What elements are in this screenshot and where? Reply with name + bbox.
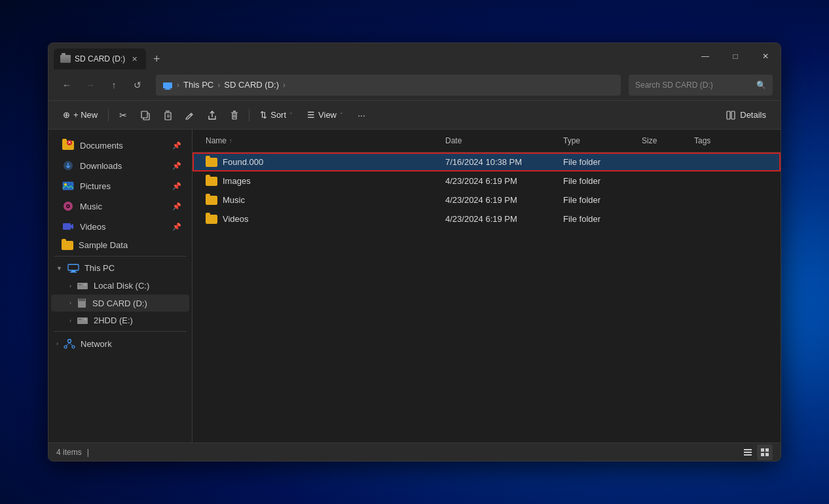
paste-button[interactable] <box>157 105 178 126</box>
sidebar-item-sampledata[interactable]: Sample Data <box>51 237 189 253</box>
svg-rect-49 <box>761 453 764 456</box>
breadcrumb-separator1: › <box>177 81 179 90</box>
toolbar: ⊕ + New ✂ ⇅ Sort ˅ ☰ View ˅ <box>48 101 781 130</box>
back-button[interactable]: ← <box>56 75 77 96</box>
toolbar-separator-2 <box>249 109 249 122</box>
svg-rect-44 <box>744 449 752 450</box>
svg-rect-10 <box>232 113 236 119</box>
file-name-found: Found.000 <box>223 157 263 167</box>
sidebar-label-videos: Videos <box>80 222 106 232</box>
network-chevron: › <box>56 340 58 347</box>
file-header: Name ↑ Date Type Size Tags <box>193 130 781 153</box>
copy-icon <box>140 110 151 120</box>
share-button[interactable] <box>202 105 223 126</box>
more-button[interactable]: ··· <box>351 105 372 126</box>
file-cell-music-type: File folder <box>561 190 639 209</box>
column-header-tags[interactable]: Tags <box>691 132 770 149</box>
sidebar-item-videos[interactable]: Videos 📌 <box>51 217 189 236</box>
column-header-date[interactable]: Date <box>443 132 561 149</box>
videos-icon-wrapper <box>62 220 75 233</box>
sidebar-item-documents[interactable]: ✕ Documents 📌 <box>51 135 189 155</box>
active-tab[interactable]: SD CARD (D:) ✕ <box>54 48 146 69</box>
details-button[interactable]: Details <box>719 105 773 126</box>
breadcrumb-thispc[interactable]: This PC <box>183 80 213 90</box>
breadcrumb-sdcard[interactable]: SD CARD (D:) <box>224 80 279 90</box>
column-date-label: Date <box>445 136 462 145</box>
sidebar-network-header[interactable]: › Network <box>51 334 189 353</box>
rename-button[interactable] <box>179 105 200 126</box>
view-icon: ☰ <box>307 110 315 120</box>
svg-rect-46 <box>744 454 752 456</box>
sort-button[interactable]: ⇅ Sort ˅ <box>253 105 299 126</box>
sidebar-label-sampledata: Sample Data <box>79 240 128 250</box>
maximize-button[interactable]: □ <box>720 43 750 69</box>
sidebar-item-downloads[interactable]: Downloads 📌 <box>51 156 189 175</box>
file-row-music[interactable]: Music 4/23/2024 6:19 PM File folder <box>193 190 781 209</box>
sampledata-folder-icon <box>62 241 73 250</box>
sidebar-item-sd-card[interactable]: › SD CARD (D:) <box>51 295 189 312</box>
file-row-found[interactable]: Found.000 7/16/2024 10:38 PM File folder <box>193 153 781 171</box>
titlebar-controls: — □ ✕ <box>690 43 781 69</box>
pictures-icon-wrapper <box>62 179 75 192</box>
sidebar-label-pictures: Pictures <box>80 181 111 191</box>
videos-icon <box>62 221 74 232</box>
column-header-name[interactable]: Name ↑ <box>203 132 443 149</box>
file-explorer-window: SD CARD (D:) ✕ + — □ ✕ ← → ↑ ↺ › This PC… <box>48 43 781 461</box>
new-tab-button[interactable]: + <box>146 48 167 69</box>
file-cell-videos-size <box>639 209 691 228</box>
minimize-button[interactable]: — <box>690 43 720 69</box>
sidebar-item-local-disk[interactable]: › Local Disk (C:) <box>51 278 189 294</box>
address-bar[interactable]: › This PC › SD CARD (D:) › <box>156 75 621 96</box>
file-cell-images-size <box>639 171 691 190</box>
svg-rect-4 <box>141 111 147 118</box>
grid-view-button[interactable] <box>757 444 773 460</box>
sidebar-this-pc-label: This PC <box>84 263 115 273</box>
this-pc-sidebar-icon <box>67 264 79 273</box>
copy-button[interactable] <box>135 105 156 126</box>
svg-rect-6 <box>166 111 170 113</box>
delete-icon <box>229 110 240 120</box>
svg-point-29 <box>84 283 86 285</box>
tab-close-button[interactable]: ✕ <box>129 54 139 64</box>
column-type-label: Type <box>563 136 580 145</box>
sidebar-label-downloads: Downloads <box>80 161 122 171</box>
column-size-label: Size <box>642 136 657 145</box>
file-area: Name ↑ Date Type Size Tags <box>193 130 781 442</box>
file-cell-found-type: File folder <box>561 153 639 171</box>
sidebar-this-pc-header[interactable]: ▼ This PC <box>51 259 189 277</box>
sidebar-label-music: Music <box>80 202 102 211</box>
sd-card-icon <box>77 298 87 308</box>
more-icon: ··· <box>358 110 365 120</box>
sidebar-item-pictures[interactable]: Pictures 📌 <box>51 176 189 196</box>
delete-button[interactable] <box>224 105 245 126</box>
file-date-music: 4/23/2024 6:19 PM <box>445 195 517 205</box>
svg-rect-37 <box>79 319 81 320</box>
up-button[interactable]: ↑ <box>103 75 124 96</box>
file-date-images: 4/23/2024 6:19 PM <box>445 176 517 186</box>
close-button[interactable]: ✕ <box>750 43 781 69</box>
pin-icon-pictures: 📌 <box>172 182 181 190</box>
cut-button[interactable]: ✂ <box>113 105 134 126</box>
sidebar-item-2hdd[interactable]: › 2HDD (E:) <box>51 312 189 329</box>
sidebar: ✕ Documents 📌 Downloads 📌 Pictures <box>48 130 193 442</box>
refresh-button[interactable]: ↺ <box>127 75 148 96</box>
folder-icon-videos <box>206 215 217 224</box>
file-type-music: File folder <box>563 195 600 205</box>
sidebar-item-music[interactable]: Music 📌 <box>51 196 189 216</box>
svg-rect-26 <box>70 272 77 273</box>
statusbar: 4 items | <box>48 442 781 461</box>
svg-rect-27 <box>77 283 88 289</box>
svg-rect-24 <box>68 264 79 270</box>
new-button[interactable]: ⊕ + New <box>56 105 104 126</box>
forward-button[interactable]: → <box>80 75 101 96</box>
view-button[interactable]: ☰ View ˅ <box>301 105 350 126</box>
file-cell-music-size <box>639 190 691 209</box>
file-row-videos[interactable]: Videos 4/23/2024 6:19 PM File folder <box>193 209 781 228</box>
file-type-images: File folder <box>563 176 600 186</box>
column-header-type[interactable]: Type <box>561 132 639 149</box>
paste-icon <box>162 110 173 120</box>
column-header-size[interactable]: Size <box>639 132 691 149</box>
list-view-button[interactable] <box>740 444 756 460</box>
search-bar[interactable]: Search SD CARD (D:) 🔍 <box>629 75 773 96</box>
file-row-images[interactable]: Images 4/23/2024 6:19 PM File folder <box>193 171 781 190</box>
